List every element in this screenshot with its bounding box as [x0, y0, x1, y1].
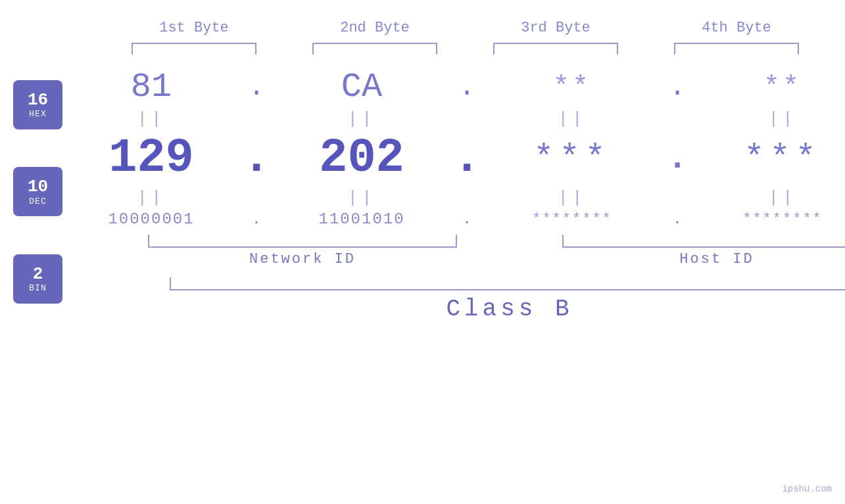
equals-6: || [289, 188, 434, 208]
dec-dot-1: . [243, 131, 270, 185]
bracket-top-2 [312, 43, 437, 55]
equals-5: || [79, 188, 224, 208]
dec-val-4: *** [710, 139, 845, 178]
badge-bin: 2 BIN [13, 254, 62, 304]
bracket-top-4 [674, 43, 799, 55]
values-area: 81 . CA . ** . ** [62, 61, 845, 323]
badge-dec-label: DEC [29, 196, 46, 206]
content-area: 16 HEX 10 DEC 2 BIN 81 . [0, 61, 845, 323]
host-id-label: Host ID [562, 251, 845, 267]
hex-val-4: ** [710, 72, 845, 103]
badge-hex-label: HEX [29, 109, 46, 119]
bracket-top-1 [132, 43, 256, 55]
hex-row: 81 . CA . ** . ** [62, 68, 845, 106]
dec-dot-2: . [454, 131, 480, 185]
network-id-label: Network ID [148, 251, 457, 267]
bracket-network [148, 235, 457, 248]
dec-val-3: *** [500, 139, 644, 178]
dec-dot-3: . [664, 139, 690, 178]
equals-7: || [500, 188, 644, 208]
watermark: ipshu.com [782, 484, 832, 494]
bottom-brackets [148, 235, 845, 248]
hex-dot-2: . [454, 72, 480, 103]
byte-labels-row: 1st Byte 2nd Byte 3rd Byte 4th Byte [104, 20, 827, 36]
badge-dec-number: 10 [28, 177, 48, 196]
dec-val-1: 129 [79, 131, 224, 185]
badge-bin-label: BIN [29, 283, 46, 293]
hex-val-2: CA [289, 68, 434, 106]
badge-bin-number: 2 [33, 265, 43, 284]
bin-dot-2: . [454, 210, 480, 228]
hex-dot-3: . [664, 72, 690, 103]
hex-val-1: 81 [79, 68, 224, 106]
top-brackets-row [104, 43, 827, 55]
bin-val-1: 10000001 [79, 210, 224, 228]
dec-val-2: 202 [289, 131, 434, 185]
byte-label-3: 3rd Byte [483, 20, 628, 36]
bracket-top-3 [493, 43, 618, 55]
hex-dot-1: . [243, 72, 270, 103]
bin-dot-3: . [664, 210, 690, 228]
byte-label-2: 2nd Byte [302, 20, 447, 36]
byte-label-1: 1st Byte [122, 20, 266, 36]
bracket-host [562, 235, 845, 248]
bin-val-3: ******** [500, 211, 644, 227]
equals-row-1: || || || || [62, 106, 845, 131]
bottom-section: Network ID Host ID [148, 235, 845, 267]
dec-row: 129 . 202 . *** . *** [62, 131, 845, 185]
hex-val-3: ** [500, 72, 644, 103]
badge-dec: 10 DEC [13, 167, 62, 216]
class-label: Class B [148, 296, 845, 323]
badges-column: 16 HEX 10 DEC 2 BIN [0, 61, 62, 323]
equals-3: || [500, 109, 644, 129]
badge-hex: 16 HEX [13, 80, 62, 129]
bin-val-2: 11001010 [289, 210, 434, 228]
main-container: 1st Byte 2nd Byte 3rd Byte 4th Byte 16 H… [0, 0, 845, 504]
bin-row: 10000001 . 11001010 . ******** . [62, 210, 845, 228]
equals-8: || [710, 188, 845, 208]
badge-hex-number: 16 [28, 91, 48, 110]
class-bracket [170, 277, 845, 290]
equals-row-2: || || || || [62, 185, 845, 210]
equals-1: || [79, 109, 224, 129]
equals-4: || [710, 109, 845, 129]
bin-dot-1: . [243, 210, 270, 228]
class-section: Class B [148, 277, 845, 323]
bin-val-4: ******** [710, 211, 845, 227]
network-host-labels: Network ID Host ID [148, 251, 845, 267]
equals-2: || [289, 109, 434, 129]
byte-label-4: 4th Byte [664, 20, 809, 36]
